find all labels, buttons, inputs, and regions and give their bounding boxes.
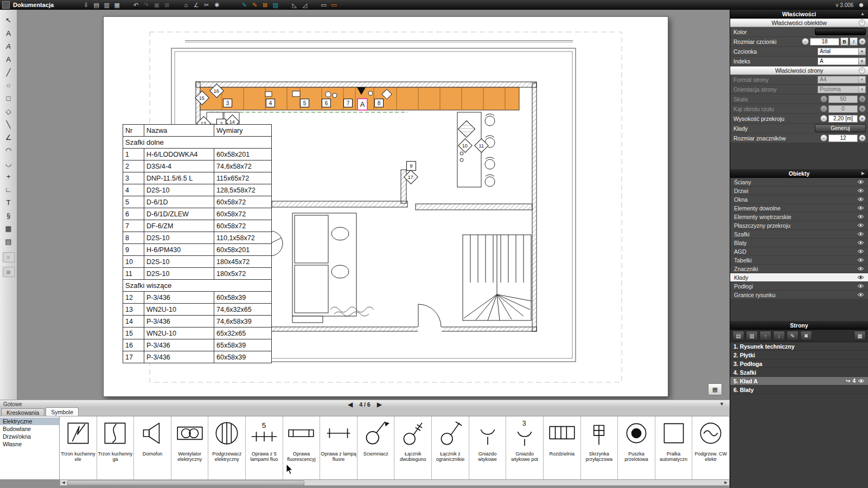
visibility-eye-icon[interactable]	[857, 248, 864, 255]
objects-item-okna[interactable]: Okna	[730, 195, 868, 204]
pencil-teal-icon[interactable]: ✎	[239, 1, 250, 9]
scroll-left-icon[interactable]: ◀	[60, 480, 67, 485]
symbol-gniazdo-wtykowe[interactable]: Gniazdo wtykowe	[469, 416, 507, 479]
plan-marker-4[interactable]: 4	[266, 99, 275, 107]
chevron-down-icon[interactable]: ▼	[858, 48, 865, 55]
decrease-button[interactable]: -	[820, 95, 827, 102]
plan-marker-8[interactable]: 8	[374, 99, 384, 107]
text-leader-tool[interactable]: A	[2, 27, 15, 40]
pages-header[interactable]: Strony	[730, 321, 868, 330]
visibility-eye-icon[interactable]	[857, 222, 864, 229]
visibility-eye-icon[interactable]	[857, 205, 864, 211]
plan-marker-A[interactable]: A	[357, 98, 368, 111]
expand-objects-icon[interactable]: ▶	[861, 171, 865, 176]
polygon-tool[interactable]: ◇	[2, 105, 15, 118]
symbol-oprawa-fluorescencyjna[interactable]: Oprawa fluorescencyj	[283, 416, 321, 479]
objects-item-blaty[interactable]: Blaty	[730, 239, 868, 247]
text-frame-tool[interactable]: A	[2, 53, 15, 66]
rect-tool[interactable]: □	[2, 92, 15, 105]
undo-icon[interactable]: ↶	[131, 1, 141, 9]
crop-orange-icon[interactable]: ⊠	[260, 1, 270, 9]
scroll-right-icon[interactable]: ▶	[723, 480, 729, 485]
increase-button[interactable]: +	[859, 38, 866, 45]
visibility-eye-icon[interactable]	[857, 274, 864, 281]
measure-icon[interactable]: ∠	[191, 1, 201, 9]
collapse-section-icon[interactable]: ^	[859, 67, 865, 74]
horizontal-scrollbar[interactable]: ◀ ▶	[60, 479, 730, 486]
fill-teal-icon[interactable]: ▨	[270, 1, 280, 9]
collapse-section-icon[interactable]: ^	[859, 20, 865, 26]
skala-value[interactable]: 50	[828, 95, 858, 103]
move-page-down-icon[interactable]: ↓	[773, 331, 785, 341]
decrease-button[interactable]: -	[820, 105, 827, 112]
plan-marker-15[interactable]: 15	[195, 91, 209, 105]
polyline-tool[interactable]: ∠	[2, 131, 15, 144]
monitor-orange-icon[interactable]: ▭	[329, 1, 339, 9]
page-item-4-szafki[interactable]: 4. Szafki	[730, 368, 868, 377]
symbol-skrzynka-przylaczowa[interactable]: Skrzynka przyłączowa	[581, 416, 618, 479]
text-slope-tool[interactable]: A	[2, 40, 15, 53]
page-flip-icon[interactable]: ↪	[846, 378, 850, 384]
visibility-eye-icon[interactable]	[857, 179, 864, 185]
decrease-button[interactable]: -	[820, 115, 827, 122]
delete-page-icon[interactable]: ✖	[800, 331, 812, 341]
next-page-button[interactable]: ▶	[377, 401, 382, 408]
properties-header[interactable]: Właściwości ▲	[730, 10, 868, 18]
symbol-rozdzielnia[interactable]: Rozdzielnia	[544, 416, 581, 479]
plan-marker-5[interactable]: 5	[300, 99, 309, 107]
visibility-eye-icon[interactable]	[858, 378, 865, 384]
increase-button[interactable]: +	[859, 115, 866, 122]
objects-item-elementy-wnętrzarskie[interactable]: Elementy wnętrzarskie	[730, 213, 868, 221]
italic-button[interactable]: I	[850, 37, 858, 46]
page-item-3-podłoga[interactable]: 3. Podłoga	[730, 359, 868, 368]
page-properties-header[interactable]: Właściwości strony ^	[730, 66, 868, 75]
color-swatch[interactable]	[815, 28, 866, 35]
plan-marker-7[interactable]: 7	[343, 99, 353, 107]
pencil-orange-icon[interactable]: ✎	[250, 1, 260, 9]
plan-marker-10[interactable]: 10	[458, 138, 473, 153]
save-icon[interactable]: ⇩	[81, 1, 91, 9]
plan-marker-9[interactable]: 9	[406, 161, 416, 171]
save-page-icon[interactable]: ▤	[91, 1, 101, 9]
objects-item-agd[interactable]: AGD	[730, 247, 868, 256]
category-własne[interactable]: Własne	[0, 440, 59, 448]
page-item-2-płytki[interactable]: 2. Płytki	[730, 351, 868, 359]
wysokość-przekroju-value[interactable]: 2,20 [m]	[828, 115, 858, 123]
generate-button[interactable]: Generuj	[815, 124, 866, 132]
object-properties-header[interactable]: Właściwości obiektów ^	[730, 18, 868, 27]
visibility-eye-icon[interactable]	[857, 188, 864, 194]
bold-button[interactable]: B	[840, 37, 848, 46]
settings-gear-icon[interactable]: ✱	[212, 1, 222, 9]
kąt-obrotu-rzutu-value[interactable]: 0	[828, 105, 858, 113]
objects-item-płaszczyzny-przekroju[interactable]: Płaszczyzny przekroju	[730, 221, 868, 230]
symbol-puszka-przelotowa[interactable]: Puszka przelotowa	[618, 416, 655, 479]
symbol-trzon-kuchenny-gazowy[interactable]: Trzon kuchenny ga	[97, 416, 135, 479]
monitor-icon[interactable]: ▭	[318, 1, 329, 9]
copy-page-icon[interactable]: ▥	[746, 331, 758, 341]
chevron-down-icon[interactable]: ▼	[858, 58, 865, 65]
move-page-up-icon[interactable]: ↑	[760, 331, 771, 341]
plan-marker-11[interactable]: 11	[474, 138, 489, 153]
objects-item-znaczniki[interactable]: Znaczniki	[730, 265, 868, 273]
plan-marker-16[interactable]: 16	[209, 84, 224, 98]
page-settings-icon[interactable]: ▦	[854, 331, 866, 341]
increase-button[interactable]: +	[859, 134, 866, 142]
symbol-trzon-kuchenny-elektryczny[interactable]: Trzon kuchenny ele	[60, 416, 97, 479]
print-icon[interactable]: ▥	[101, 1, 112, 9]
move-tool[interactable]: +	[2, 170, 15, 183]
symbol-wentylator[interactable]: Wentylator elektryczny	[171, 416, 209, 479]
visibility-eye-icon[interactable]	[857, 266, 864, 272]
visibility-eye-icon[interactable]	[857, 196, 864, 203]
decrease-button[interactable]: -	[820, 134, 827, 142]
symbol-podgrzewacz-cw[interactable]: Podgrzew. CW elektr	[692, 416, 730, 479]
visibility-eye-icon[interactable]	[857, 292, 864, 298]
collapse-bottom-panel-button[interactable]: ▼	[719, 401, 724, 407]
symbol-gniazdo-wtykowe-potrojne[interactable]: 3Gniazdo wtykowe pot	[506, 416, 544, 479]
category-elektryczne[interactable]: Elektryczne	[0, 418, 59, 425]
symbol-oprawa-z-5-lampami[interactable]: 5Oprawa z 5 lampami fluo	[246, 416, 283, 479]
chevron-down-icon[interactable]: ▼	[858, 86, 865, 93]
document-page[interactable]: 161513214345678A1011917 NrNazwaWymiarySz…	[103, 16, 668, 397]
line-tool[interactable]: ╱	[2, 66, 15, 79]
tab-symbole[interactable]: Symbole	[46, 407, 79, 416]
setsquare-icon[interactable]: ◺	[289, 1, 299, 9]
